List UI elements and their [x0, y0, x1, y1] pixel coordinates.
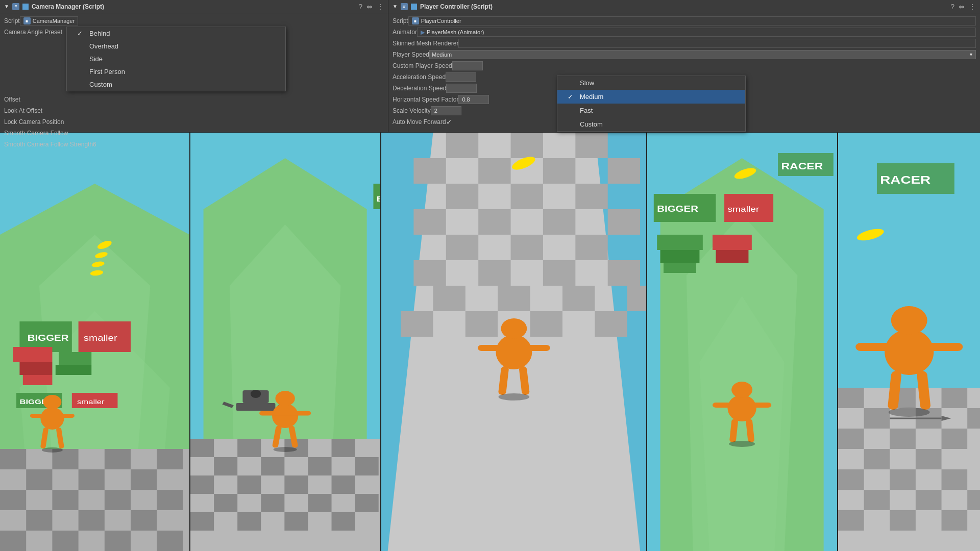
svg-rect-164: [838, 510, 864, 531]
dropdown-item-overhead[interactable]: Overhead: [67, 40, 285, 53]
svg-point-175: [888, 408, 929, 417]
acceleration-value[interactable]: [446, 72, 476, 82]
auto-move-toggle[interactable]: ✓: [446, 118, 452, 126]
dropdown-item-behind[interactable]: ✓ Behind: [67, 27, 285, 40]
svg-rect-12: [0, 490, 26, 510]
svg-rect-29: [23, 375, 53, 385]
player-speed-value: Medium: [432, 52, 452, 58]
svg-rect-97: [413, 209, 446, 235]
player-collapse-arrow[interactable]: ▼: [393, 4, 398, 9]
behind-checkmark: ✓: [77, 30, 85, 37]
svg-rect-68: [308, 494, 332, 512]
svg-rect-159: [890, 469, 916, 490]
svg-rect-156: [864, 449, 890, 469]
camera-angle-dropdown[interactable]: ✓ Behind Overhead Side First Person: [66, 27, 286, 91]
viewport-2: BIGGER smaller: [190, 133, 381, 551]
svg-rect-147: [838, 388, 864, 408]
camera-more-icon[interactable]: ⋮: [377, 3, 384, 11]
svg-rect-15: [157, 490, 183, 510]
svg-rect-60: [308, 457, 332, 475]
panel-collapse-arrow[interactable]: ▼: [4, 4, 9, 9]
svg-rect-5: [0, 449, 26, 469]
player-controller-panel: ▼ # Player Controller (Script) ? ⇔ ⋮ Scr…: [388, 0, 980, 133]
dropdown-item-custom[interactable]: Custom: [67, 78, 285, 91]
deceleration-value[interactable]: [446, 84, 477, 93]
speed-option-fast[interactable]: Fast: [557, 104, 745, 117]
dropdown-item-side[interactable]: Side: [67, 53, 285, 65]
svg-text:RACER: RACER: [781, 161, 823, 171]
smooth-camera-label: Smooth Camera Follow: [4, 130, 68, 137]
svg-rect-92: [543, 158, 575, 184]
camera-script-field[interactable]: ■ CameraManager: [20, 16, 79, 26]
player-script-value-field[interactable]: ■ PlayerController: [408, 16, 976, 26]
player-layout-icon[interactable]: ⇔: [959, 3, 965, 11]
svg-rect-153: [838, 429, 864, 449]
player-more-icon[interactable]: ⋮: [969, 3, 976, 11]
lock-camera-label: Lock Camera Position: [4, 118, 64, 126]
scale-velocity-label: Scale Velocity: [393, 107, 431, 114]
player-speed-dropdown-trigger[interactable]: Medium ▼: [429, 50, 976, 59]
skinned-mesh-row: Skinned Mesh Renderer: [388, 38, 980, 49]
skinned-mesh-label: Skinned Mesh Renderer: [393, 40, 458, 47]
svg-point-75: [251, 390, 261, 398]
svg-point-84: [274, 447, 297, 452]
svg-rect-13: [52, 490, 78, 510]
svg-rect-18: [131, 510, 157, 531]
custom-speed-label: Custom: [580, 120, 603, 128]
auto-move-forward-label: Auto Move Forward: [393, 118, 446, 126]
svg-rect-8: [157, 449, 183, 469]
camera-script-icon-small: ■: [23, 17, 31, 24]
svg-rect-100: [607, 209, 640, 235]
svg-rect-16: [26, 510, 52, 531]
player-checkbox[interactable]: [411, 4, 417, 10]
svg-rect-67: [261, 494, 285, 512]
path-svg-4: BIGGER smaller RACER: [647, 133, 837, 551]
svg-point-144: [729, 441, 755, 447]
svg-rect-66: [214, 494, 237, 512]
player-panel-content: Script ■ PlayerController Animator ▶ Pla…: [388, 13, 980, 130]
svg-rect-108: [433, 286, 465, 311]
svg-rect-111: [627, 286, 646, 311]
camera-help-icon[interactable]: ?: [358, 3, 362, 11]
svg-rect-19: [0, 531, 26, 551]
player-speed-dropdown[interactable]: Slow ✓ Medium Fast Custom: [557, 76, 746, 132]
svg-rect-57: [332, 439, 355, 457]
svg-rect-136: [664, 263, 696, 273]
player-help-icon[interactable]: ?: [950, 3, 954, 11]
player-speed-arrow: ▼: [969, 52, 973, 57]
custom-speed-value[interactable]: [452, 61, 483, 70]
svg-rect-95: [510, 184, 543, 209]
svg-rect-149: [941, 388, 967, 408]
svg-rect-63: [237, 475, 261, 494]
camera-script-value: CameraManager: [33, 18, 75, 24]
svg-rect-152: [967, 408, 980, 429]
camera-checkbox[interactable]: [22, 4, 29, 10]
camera-panel-header: ▼ # Camera Manager (Script) ? ⇔ ⋮: [0, 0, 388, 13]
scale-velocity-value[interactable]: 2: [431, 106, 461, 115]
animator-value-field[interactable]: ▶ PlayerMesh (Animator): [417, 28, 976, 37]
camera-layout-icon[interactable]: ⇔: [366, 3, 373, 11]
speed-option-medium[interactable]: ✓ Medium: [557, 90, 745, 104]
look-at-offset-label: Look At Offset: [4, 107, 42, 114]
svg-rect-62: [190, 475, 214, 494]
viewport-3: [381, 133, 648, 551]
skinned-mesh-value-field[interactable]: [458, 39, 976, 48]
medium-checkmark: ✓: [568, 93, 576, 101]
camera-panel-icons: ? ⇔ ⋮: [358, 3, 384, 11]
viewport-1: BIGGER smaller BIGGER smaller: [0, 133, 190, 551]
svg-text:BIGGER: BIGGER: [657, 204, 699, 213]
speed-option-custom[interactable]: Custom: [557, 117, 745, 131]
svg-rect-106: [543, 260, 575, 286]
svg-rect-165: [890, 510, 916, 531]
speed-option-slow[interactable]: Slow: [557, 76, 745, 90]
player-script-row: Script ■ PlayerController: [388, 15, 980, 27]
svg-line-83: [292, 428, 295, 445]
dropdown-item-firstperson[interactable]: First Person: [67, 65, 285, 78]
horizontal-speed-label: Horizontal Speed Factor: [393, 96, 458, 103]
svg-rect-138: [716, 250, 749, 263]
overhead-label: Overhead: [89, 42, 118, 50]
svg-rect-101: [446, 235, 478, 260]
player-speed-row: Player Speed Medium ▼ Slow ✓ Medium: [388, 49, 980, 60]
svg-line-82: [276, 428, 279, 445]
horizontal-speed-value[interactable]: 0.8: [458, 95, 489, 104]
